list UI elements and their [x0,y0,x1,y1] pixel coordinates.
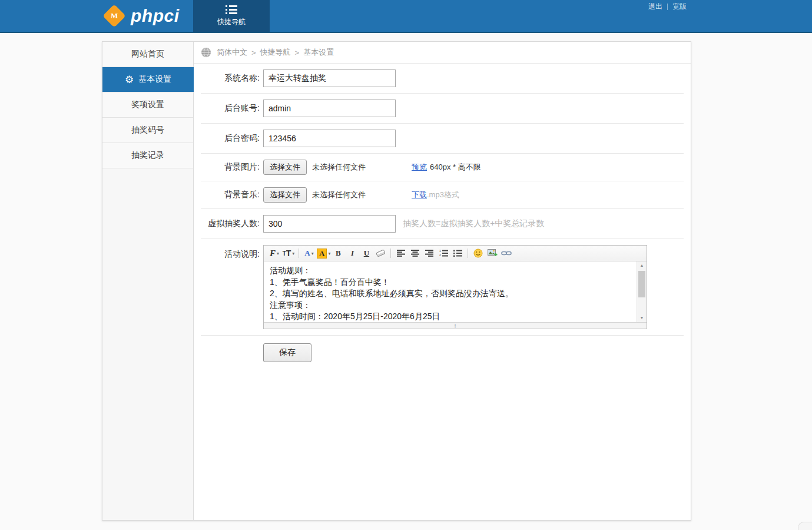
unordered-list-button[interactable] [451,247,464,259]
font-color-button[interactable]: A ▾ [303,247,316,259]
header: M phpci 快捷导航 退出 宽版 [0,0,812,33]
toolbar-separator [468,249,468,258]
globe-icon [201,47,211,58]
bg-music-download-link[interactable]: 下载 [412,190,427,200]
ordered-list-button[interactable]: 12 [437,247,450,259]
bg-image-label: 背景图片: [201,162,260,173]
svg-text:2: 2 [439,253,441,257]
tab-quick-nav[interactable]: 快捷导航 [193,0,270,32]
admin-password-label: 后台密码: [201,133,260,144]
sidebar-item-label: 网站首页 [131,49,164,59]
remove-format-button[interactable] [374,247,387,259]
breadcrumb-page: 基本设置 [303,47,334,58]
sidebar-item-home[interactable]: 网站首页 [102,42,193,67]
gear-icon: ⚙ [125,75,134,85]
svg-text:1: 1 [439,250,441,253]
tab-quick-nav-label: 快捷导航 [217,17,246,27]
virtual-count-hint: 抽奖人数=虚拟抽奖人数+中奖总记录数 [403,218,544,229]
system-name-label: 系统名称: [201,73,260,84]
scrollbar-thumb[interactable] [638,271,645,297]
sidebar-item-basic-settings[interactable]: ⚙ 基本设置 [102,67,194,92]
bg-image-preview-link[interactable]: 预览 [412,162,427,173]
breadcrumb-lang[interactable]: 简体中文 [217,47,247,58]
align-right-button[interactable] [423,247,436,259]
bg-music-choose-file-button[interactable]: 选择文件 [263,187,307,203]
row-system-name: 系统名称: [201,64,684,94]
row-bg-image: 背景图片: 选择文件 未选择任何文件 预览 640px * 高不限 [201,154,684,181]
row-admin-password: 后台密码: [201,124,684,154]
align-center-button[interactable] [409,247,422,259]
bg-image-size-info: 640px * 高不限 [430,162,481,173]
main-panel: 网站首页 ⚙ 基本设置 奖项设置 抽奖码号 抽奖记录 [102,41,691,521]
bg-music-label: 背景音乐: [201,190,260,200]
editor-toolbar: F ▾ TT ▾ A ▾ A ▾ B [264,246,647,261]
sidebar-item-prize-settings[interactable]: 奖项设置 [102,92,193,118]
font-family-button[interactable]: F ▾ [268,247,281,259]
breadcrumb-separator: > [251,48,256,57]
row-bg-music: 背景音乐: 选择文件 未选择任何文件 下载 .mp3格式 [201,181,684,209]
breadcrumb: 简体中文 > 快捷导航 > 基本设置 [194,42,691,64]
list-icon [226,5,237,14]
row-activity-desc: 活动说明: F ▾ TT ▾ A ▾ [201,239,684,336]
editor-scrollbar[interactable]: ▲ ▼ [637,261,647,322]
toolbar-separator [299,249,299,258]
editor-text-area[interactable]: 活动规则： 1、凭手气赢奖品！百分百中奖！ 2、填写的姓名、电话和联系地址必须真… [264,261,647,322]
row-virtual-count: 虚拟抽奖人数: 抽奖人数=虚拟抽奖人数+中奖总记录数 [201,209,684,239]
eraser-icon [376,249,386,257]
row-save: 保存 [201,336,684,370]
scroll-down-arrow-icon[interactable]: ▼ [637,314,647,322]
system-name-input[interactable] [263,69,396,87]
virtual-count-label: 虚拟抽奖人数: [201,218,260,229]
admin-password-input[interactable] [263,130,396,147]
admin-account-label: 后台账号: [201,103,260,114]
sidebar: 网站首页 ⚙ 基本设置 奖项设置 抽奖码号 抽奖记录 [102,42,194,520]
breadcrumb-separator: > [295,48,300,57]
italic-button[interactable]: I [346,247,359,259]
logo: M phpci [104,0,180,32]
sidebar-item-lottery-records[interactable]: 抽奖记录 [102,143,193,168]
insert-image-button[interactable] [486,247,499,259]
activity-desc-label: 活动说明: [201,249,260,260]
bg-music-format-info: .mp3格式 [427,190,459,200]
content-area: 简体中文 > 快捷导航 > 基本设置 系统名称: 后台账号: 后台密码: 背景图… [194,42,691,520]
top-links: 退出 宽版 [644,2,691,12]
sidebar-item-label: 抽奖码号 [131,125,164,135]
back-to-top-widget[interactable] [798,522,812,530]
breadcrumb-section[interactable]: 快捷导航 [260,47,291,58]
align-left-button[interactable] [395,247,407,259]
wide-version-link[interactable]: 宽版 [668,2,691,12]
underline-button[interactable]: U [360,247,373,259]
dropdown-arrow-icon: ▾ [311,251,314,256]
save-button[interactable]: 保存 [263,343,311,362]
highlight-color-button[interactable]: A ▾ [317,247,330,259]
toolbar-separator [390,249,391,258]
logo-badge-letter: M [111,11,118,21]
bg-image-choose-file-button[interactable]: 选择文件 [263,160,307,175]
bg-image-no-file-text: 未选择任何文件 [312,162,366,173]
scroll-up-arrow-icon[interactable]: ▲ [637,261,647,270]
font-size-button[interactable]: TT ▾ [282,247,295,259]
sidebar-item-label: 基本设置 [138,74,171,85]
sidebar-item-lottery-codes[interactable]: 抽奖码号 [102,118,193,143]
row-admin-account: 后台账号: [201,94,684,124]
bg-music-no-file-text: 未选择任何文件 [312,190,366,200]
dropdown-arrow-icon: ▾ [328,251,330,256]
brand-text: phpci [131,6,180,26]
logout-link[interactable]: 退出 [644,2,667,12]
logo-diamond-icon: M [102,4,126,28]
editor-resize-handle[interactable]: ↕ [264,322,647,329]
virtual-count-input[interactable] [263,215,396,233]
rich-text-editor: F ▾ TT ▾ A ▾ A ▾ B [263,245,647,329]
bold-button[interactable]: B [332,247,344,259]
admin-account-input[interactable] [263,100,396,117]
sidebar-item-label: 奖项设置 [131,100,164,110]
sidebar-item-label: 抽奖记录 [131,150,164,161]
dropdown-arrow-icon: ▾ [292,251,294,256]
dropdown-arrow-icon: ▾ [277,251,279,256]
emoticon-button[interactable] [472,247,485,259]
editor-content[interactable]: 活动规则： 1、凭手气赢奖品！百分百中奖！ 2、填写的姓名、电话和联系地址必须真… [264,261,647,322]
insert-link-button[interactable] [500,247,513,259]
